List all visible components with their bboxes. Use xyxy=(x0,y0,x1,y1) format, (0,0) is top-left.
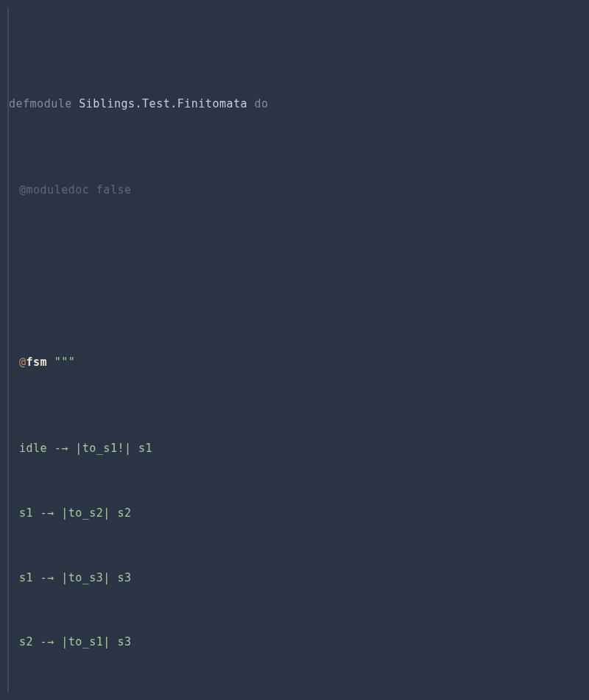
fsm-transition: s2 -→ |to_s1| s3 xyxy=(19,635,132,648)
at-icon: @ xyxy=(19,356,27,369)
kw-defmodule: defmodule xyxy=(9,97,72,110)
moduledoc: @moduledoc false xyxy=(19,183,132,197)
fsm-line: s2 -→ |to_s1| s3 xyxy=(19,632,589,653)
fsm-transition: idle -→ |to_s1!| s1 xyxy=(19,442,152,455)
code-body[interactable]: defmodule Siblings.Test.Finitomata do @m… xyxy=(19,7,589,700)
blank-line xyxy=(19,266,589,287)
moduledoc-line: @moduledoc false xyxy=(19,180,589,201)
heredoc-open: """ xyxy=(47,356,75,369)
fsm-line: s1 -→ |to_s2| s2 xyxy=(19,503,589,524)
defmodule-line: defmodule Siblings.Test.Finitomata do xyxy=(9,93,589,115)
fsm-line: s1 -→ |to_s3| s3 xyxy=(19,568,589,589)
code-editor[interactable]: defmodule Siblings.Test.Finitomata do @m… xyxy=(0,0,589,700)
fsm-attr-open: @fsm """ xyxy=(19,352,589,373)
fsm-line: s2 -→ |ambiguous| s3 xyxy=(19,696,589,700)
gutter-line xyxy=(7,7,9,693)
fsm-transition: s1 -→ |to_s3| s3 xyxy=(19,571,132,584)
fsm-transition: s1 -→ |to_s2| s2 xyxy=(19,506,132,520)
kw-do: do xyxy=(255,97,269,110)
attr-fsm: fsm xyxy=(27,356,48,369)
fsm-line: idle -→ |to_s1!| s1 xyxy=(19,438,589,459)
module-name: Siblings.Test.Finitomata xyxy=(79,97,247,110)
